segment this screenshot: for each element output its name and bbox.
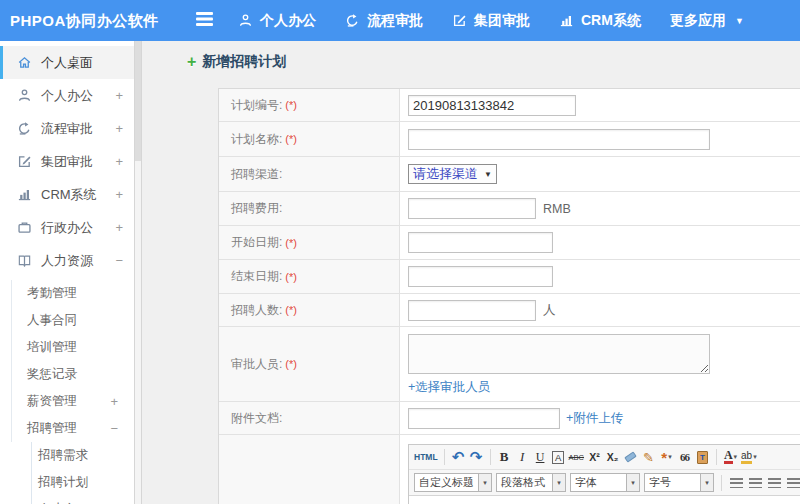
attachment-input[interactable] <box>408 408 560 429</box>
field-label-cell: 结束日期: (*) <box>219 260 400 293</box>
sidebar-item-recruitment[interactable]: 招聘管理− <box>12 415 134 442</box>
upload-attachment-link[interactable]: +附件上传 <box>566 410 623 427</box>
chart-icon <box>16 187 32 202</box>
menu-toggle-button[interactable] <box>196 12 216 29</box>
blockquote-icon[interactable]: 66 <box>677 448 692 466</box>
expand-icon[interactable]: + <box>115 154 123 169</box>
expand-icon[interactable]: + <box>115 220 123 235</box>
caret-down-icon[interactable]: ▾ <box>627 473 640 492</box>
nav-more-apps[interactable]: 更多应用 ▼ <box>670 12 744 30</box>
fee-input[interactable] <box>408 198 536 219</box>
nav-process-approval[interactable]: 流程审批 <box>345 12 423 30</box>
sidebar-item-human-resources[interactable]: 人力资源 − <box>0 244 134 277</box>
strikethrough-icon[interactable]: ABC <box>569 448 584 466</box>
field-label: 计划名称: <box>231 131 282 148</box>
field-value-cell: 请选择渠道 ▼ <box>400 157 800 191</box>
subscript-icon[interactable]: X₂ <box>605 448 620 466</box>
field-value-cell: 人 <box>400 294 800 326</box>
underline-icon[interactable]: U <box>533 448 548 466</box>
eraser-shape <box>624 451 636 462</box>
paste-icon[interactable]: T <box>695 448 710 466</box>
font-color-icon[interactable]: A▾ <box>723 448 738 466</box>
font-style-icon[interactable]: A <box>552 451 564 464</box>
sidebar-item-process-approval[interactable]: 流程审批 + <box>0 112 134 145</box>
plan-number-input[interactable] <box>408 95 576 116</box>
custom-title-select-group: 自定义标题 ▾ <box>414 473 492 492</box>
superscript-icon[interactable]: X² <box>587 448 602 466</box>
font-family-select-group: 字体 ▾ <box>570 473 640 492</box>
custom-title-select[interactable]: 自定义标题 <box>414 473 479 492</box>
sidebar-item-personal-office[interactable]: 个人办公 + <box>0 79 134 112</box>
sidebar-item-rewards[interactable]: 奖惩记录 <box>12 361 134 388</box>
sidebar-item-label: 个人桌面 <box>41 54 93 72</box>
align-right-icon[interactable] <box>767 474 782 492</box>
sidebar-item-recruit-demand[interactable]: 招聘需求 <box>32 442 134 469</box>
toolbar-separator <box>444 449 445 465</box>
collapse-icon[interactable]: − <box>115 253 123 268</box>
sidebar-item-hr-contract[interactable]: 人事合同 <box>12 307 134 334</box>
caret-down-icon[interactable]: ▾ <box>479 473 492 492</box>
plan-name-input[interactable] <box>408 129 710 150</box>
sidebar-item-admin-office[interactable]: 行政办公 + <box>0 211 134 244</box>
field-value-cell: HTML ↶ ↷ B I U A ABC X² X₂ ✎ <box>400 435 800 504</box>
process-icon <box>16 121 32 136</box>
sidebar-item-attendance[interactable]: 考勤管理 <box>12 280 134 307</box>
person-icon <box>238 13 253 28</box>
end-date-input[interactable] <box>408 266 553 287</box>
expand-icon[interactable]: + <box>115 121 123 136</box>
sidebar-item-salary[interactable]: 薪资管理+ <box>12 388 134 415</box>
field-label-cell: 招聘渠道: <box>219 157 400 191</box>
top-navigation: 个人办公 流程审批 集团审批 CRM系统 更多应用 ▼ <box>238 0 744 41</box>
caret-down-icon: ▾ <box>753 453 757 461</box>
font-family-select[interactable]: 字体 <box>570 473 627 492</box>
undo-icon[interactable]: ↶ <box>451 448 466 466</box>
html-source-button[interactable]: HTML <box>414 448 438 466</box>
toolbar-separator <box>716 449 717 465</box>
align-left-icon[interactable] <box>729 474 744 492</box>
redo-icon[interactable]: ↷ <box>469 448 484 466</box>
start-date-input[interactable] <box>408 232 553 253</box>
expand-icon[interactable]: + <box>115 88 123 103</box>
format-painter-icon[interactable]: *▾ <box>659 448 674 466</box>
paragraph-format-select-group: 段落格式 ▾ <box>496 473 566 492</box>
paragraph-format-select[interactable]: 段落格式 <box>496 473 553 492</box>
nav-personal-office[interactable]: 个人办公 <box>238 12 316 30</box>
toolbar-separator <box>490 449 491 465</box>
bold-icon[interactable]: B <box>497 448 512 466</box>
caret-down-icon[interactable]: ▾ <box>553 473 566 492</box>
eraser-icon[interactable] <box>623 448 638 466</box>
nav-label: CRM系统 <box>581 12 641 30</box>
expand-icon[interactable]: + <box>115 187 123 202</box>
approvers-textarea[interactable] <box>408 334 710 374</box>
field-label-cell: 招聘人数: (*) <box>219 294 400 326</box>
home-icon <box>16 55 32 70</box>
sidebar-item-personal-desktop[interactable]: 个人桌面 <box>0 46 134 79</box>
form-row-channel: 招聘渠道: 请选择渠道 ▼ <box>219 157 800 192</box>
brush-icon[interactable]: ✎ <box>641 448 656 466</box>
scrollbar-thumb[interactable] <box>135 41 141 161</box>
collapse-icon[interactable]: − <box>110 415 118 442</box>
expand-icon[interactable]: + <box>110 388 118 415</box>
editor-toolbar-row1: HTML ↶ ↷ B I U A ABC X² X₂ ✎ <box>409 445 800 470</box>
sidebar-item-crm-system[interactable]: CRM系统 + <box>0 178 134 211</box>
font-size-select[interactable]: 字号 <box>644 473 701 492</box>
align-center-icon[interactable] <box>748 474 763 492</box>
sidebar-item-talent-pool[interactable]: 人才库 <box>32 496 134 504</box>
sidebar-item-training[interactable]: 培训管理 <box>12 334 134 361</box>
italic-icon[interactable]: I <box>515 448 530 466</box>
sidebar-scrollbar[interactable] <box>134 41 142 504</box>
sidebar-item-group-approval[interactable]: 集团审批 + <box>0 145 134 178</box>
nav-group-approval[interactable]: 集团审批 <box>452 12 530 30</box>
headcount-input[interactable] <box>408 300 536 321</box>
channel-select[interactable]: 请选择渠道 ▼ <box>408 164 497 184</box>
caret-down-icon[interactable]: ▾ <box>701 473 714 492</box>
form-row-attachment: 附件文档: +附件上传 <box>219 402 800 435</box>
select-approvers-link[interactable]: +选择审批人员 <box>408 379 490 396</box>
sidebar-item-recruit-plan[interactable]: 招聘计划 <box>32 469 134 496</box>
align-justify-icon[interactable] <box>786 474 800 492</box>
editor-content-area[interactable] <box>409 496 800 504</box>
nav-label: 流程审批 <box>367 12 423 30</box>
nav-crm-system[interactable]: CRM系统 <box>559 12 641 30</box>
highlight-color-icon[interactable]: ab▾ <box>741 448 757 466</box>
field-label: 招聘渠道: <box>231 166 282 183</box>
